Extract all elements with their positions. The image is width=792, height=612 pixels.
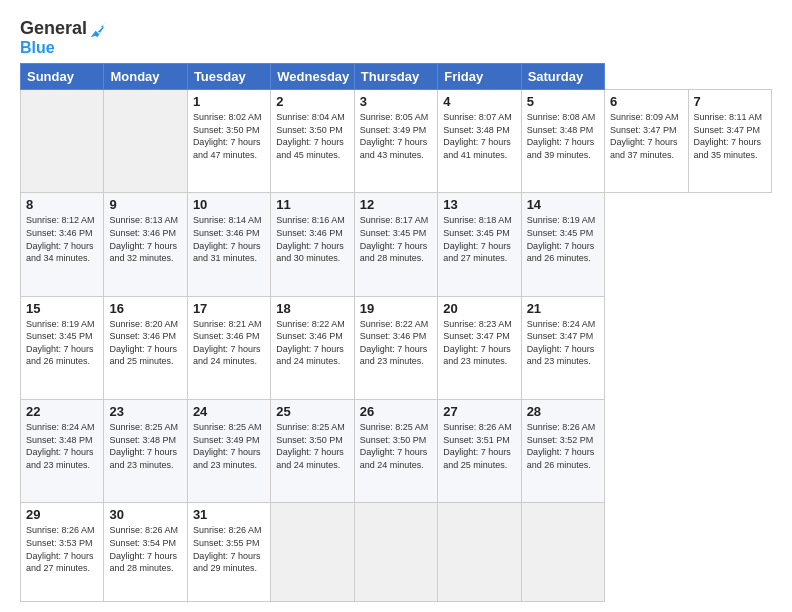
logo: General Blue — [20, 18, 109, 57]
day-info: Sunrise: 8:26 AMSunset: 3:54 PMDaylight:… — [109, 524, 181, 574]
calendar-cell — [438, 503, 521, 602]
calendar-cell: 13 Sunrise: 8:18 AMSunset: 3:45 PMDaylig… — [438, 193, 521, 296]
day-info: Sunrise: 8:22 AMSunset: 3:46 PMDaylight:… — [360, 318, 432, 368]
header-cell-tuesday: Tuesday — [187, 64, 270, 90]
logo-blue-text: Blue — [20, 39, 55, 57]
calendar-cell: 10 Sunrise: 8:14 AMSunset: 3:46 PMDaylig… — [187, 193, 270, 296]
day-number: 10 — [193, 197, 265, 212]
day-number: 23 — [109, 404, 181, 419]
calendar-cell: 21 Sunrise: 8:24 AMSunset: 3:47 PMDaylig… — [521, 296, 604, 399]
day-number: 25 — [276, 404, 348, 419]
day-number: 1 — [193, 94, 265, 109]
day-number: 9 — [109, 197, 181, 212]
day-number: 15 — [26, 301, 98, 316]
header-cell-monday: Monday — [104, 64, 187, 90]
day-number: 26 — [360, 404, 432, 419]
calendar-week-1: 8 Sunrise: 8:12 AMSunset: 3:46 PMDayligh… — [21, 193, 772, 296]
calendar-cell: 18 Sunrise: 8:22 AMSunset: 3:46 PMDaylig… — [271, 296, 354, 399]
calendar-cell: 1 Sunrise: 8:02 AMSunset: 3:50 PMDayligh… — [187, 90, 270, 193]
calendar-cell: 27 Sunrise: 8:26 AMSunset: 3:51 PMDaylig… — [438, 399, 521, 502]
logo-general-text: General — [20, 18, 87, 39]
day-info: Sunrise: 8:20 AMSunset: 3:46 PMDaylight:… — [109, 318, 181, 368]
day-number: 6 — [610, 94, 682, 109]
header-cell-thursday: Thursday — [354, 64, 437, 90]
day-info: Sunrise: 8:25 AMSunset: 3:50 PMDaylight:… — [276, 421, 348, 471]
calendar-cell: 3 Sunrise: 8:05 AMSunset: 3:49 PMDayligh… — [354, 90, 437, 193]
day-info: Sunrise: 8:25 AMSunset: 3:50 PMDaylight:… — [360, 421, 432, 471]
calendar-cell: 23 Sunrise: 8:25 AMSunset: 3:48 PMDaylig… — [104, 399, 187, 502]
day-number: 28 — [527, 404, 599, 419]
day-info: Sunrise: 8:26 AMSunset: 3:53 PMDaylight:… — [26, 524, 98, 574]
day-info: Sunrise: 8:05 AMSunset: 3:49 PMDaylight:… — [360, 111, 432, 161]
day-info: Sunrise: 8:04 AMSunset: 3:50 PMDaylight:… — [276, 111, 348, 161]
calendar-cell: 4 Sunrise: 8:07 AMSunset: 3:48 PMDayligh… — [438, 90, 521, 193]
calendar-header-row: SundayMondayTuesdayWednesdayThursdayFrid… — [21, 64, 772, 90]
day-number: 13 — [443, 197, 515, 212]
day-info: Sunrise: 8:14 AMSunset: 3:46 PMDaylight:… — [193, 214, 265, 264]
day-number: 29 — [26, 507, 98, 522]
calendar-cell: 20 Sunrise: 8:23 AMSunset: 3:47 PMDaylig… — [438, 296, 521, 399]
calendar-week-4: 29 Sunrise: 8:26 AMSunset: 3:53 PMDaylig… — [21, 503, 772, 602]
calendar-cell: 24 Sunrise: 8:25 AMSunset: 3:49 PMDaylig… — [187, 399, 270, 502]
calendar-cell: 29 Sunrise: 8:26 AMSunset: 3:53 PMDaylig… — [21, 503, 104, 602]
day-number: 3 — [360, 94, 432, 109]
day-number: 19 — [360, 301, 432, 316]
calendar-cell: 8 Sunrise: 8:12 AMSunset: 3:46 PMDayligh… — [21, 193, 104, 296]
header: General Blue — [20, 18, 772, 57]
day-number: 30 — [109, 507, 181, 522]
day-info: Sunrise: 8:24 AMSunset: 3:47 PMDaylight:… — [527, 318, 599, 368]
day-number: 31 — [193, 507, 265, 522]
header-cell-friday: Friday — [438, 64, 521, 90]
day-info: Sunrise: 8:07 AMSunset: 3:48 PMDaylight:… — [443, 111, 515, 161]
calendar-cell: 26 Sunrise: 8:25 AMSunset: 3:50 PMDaylig… — [354, 399, 437, 502]
day-number: 8 — [26, 197, 98, 212]
day-info: Sunrise: 8:23 AMSunset: 3:47 PMDaylight:… — [443, 318, 515, 368]
day-info: Sunrise: 8:17 AMSunset: 3:45 PMDaylight:… — [360, 214, 432, 264]
day-info: Sunrise: 8:18 AMSunset: 3:45 PMDaylight:… — [443, 214, 515, 264]
day-info: Sunrise: 8:25 AMSunset: 3:48 PMDaylight:… — [109, 421, 181, 471]
calendar-week-3: 22 Sunrise: 8:24 AMSunset: 3:48 PMDaylig… — [21, 399, 772, 502]
calendar-cell: 2 Sunrise: 8:04 AMSunset: 3:50 PMDayligh… — [271, 90, 354, 193]
calendar-cell: 14 Sunrise: 8:19 AMSunset: 3:45 PMDaylig… — [521, 193, 604, 296]
day-number: 2 — [276, 94, 348, 109]
calendar-cell — [271, 503, 354, 602]
day-number: 18 — [276, 301, 348, 316]
day-number: 11 — [276, 197, 348, 212]
day-info: Sunrise: 8:16 AMSunset: 3:46 PMDaylight:… — [276, 214, 348, 264]
day-number: 12 — [360, 197, 432, 212]
day-info: Sunrise: 8:24 AMSunset: 3:48 PMDaylight:… — [26, 421, 98, 471]
day-info: Sunrise: 8:19 AMSunset: 3:45 PMDaylight:… — [26, 318, 98, 368]
calendar-cell — [354, 503, 437, 602]
day-info: Sunrise: 8:08 AMSunset: 3:48 PMDaylight:… — [527, 111, 599, 161]
logo-bird-icon — [89, 19, 109, 39]
calendar-cell: 28 Sunrise: 8:26 AMSunset: 3:52 PMDaylig… — [521, 399, 604, 502]
calendar-cell: 31 Sunrise: 8:26 AMSunset: 3:55 PMDaylig… — [187, 503, 270, 602]
calendar-cell: 5 Sunrise: 8:08 AMSunset: 3:48 PMDayligh… — [521, 90, 604, 193]
day-info: Sunrise: 8:09 AMSunset: 3:47 PMDaylight:… — [610, 111, 682, 161]
day-number: 24 — [193, 404, 265, 419]
day-info: Sunrise: 8:11 AMSunset: 3:47 PMDaylight:… — [694, 111, 767, 161]
day-info: Sunrise: 8:21 AMSunset: 3:46 PMDaylight:… — [193, 318, 265, 368]
calendar-cell: 30 Sunrise: 8:26 AMSunset: 3:54 PMDaylig… — [104, 503, 187, 602]
day-info: Sunrise: 8:02 AMSunset: 3:50 PMDaylight:… — [193, 111, 265, 161]
day-number: 27 — [443, 404, 515, 419]
calendar-week-0: 1 Sunrise: 8:02 AMSunset: 3:50 PMDayligh… — [21, 90, 772, 193]
day-number: 17 — [193, 301, 265, 316]
calendar-cell: 12 Sunrise: 8:17 AMSunset: 3:45 PMDaylig… — [354, 193, 437, 296]
day-number: 20 — [443, 301, 515, 316]
day-info: Sunrise: 8:26 AMSunset: 3:51 PMDaylight:… — [443, 421, 515, 471]
day-number: 22 — [26, 404, 98, 419]
header-cell-saturday: Saturday — [521, 64, 604, 90]
empty-cell — [104, 90, 187, 193]
day-number: 7 — [694, 94, 767, 109]
calendar-cell: 17 Sunrise: 8:21 AMSunset: 3:46 PMDaylig… — [187, 296, 270, 399]
day-number: 5 — [527, 94, 599, 109]
calendar-cell: 7 Sunrise: 8:11 AMSunset: 3:47 PMDayligh… — [688, 90, 772, 193]
day-info: Sunrise: 8:19 AMSunset: 3:45 PMDaylight:… — [527, 214, 599, 264]
day-info: Sunrise: 8:26 AMSunset: 3:55 PMDaylight:… — [193, 524, 265, 574]
day-info: Sunrise: 8:12 AMSunset: 3:46 PMDaylight:… — [26, 214, 98, 264]
calendar-cell: 9 Sunrise: 8:13 AMSunset: 3:46 PMDayligh… — [104, 193, 187, 296]
calendar-week-2: 15 Sunrise: 8:19 AMSunset: 3:45 PMDaylig… — [21, 296, 772, 399]
calendar-cell: 22 Sunrise: 8:24 AMSunset: 3:48 PMDaylig… — [21, 399, 104, 502]
day-number: 14 — [527, 197, 599, 212]
